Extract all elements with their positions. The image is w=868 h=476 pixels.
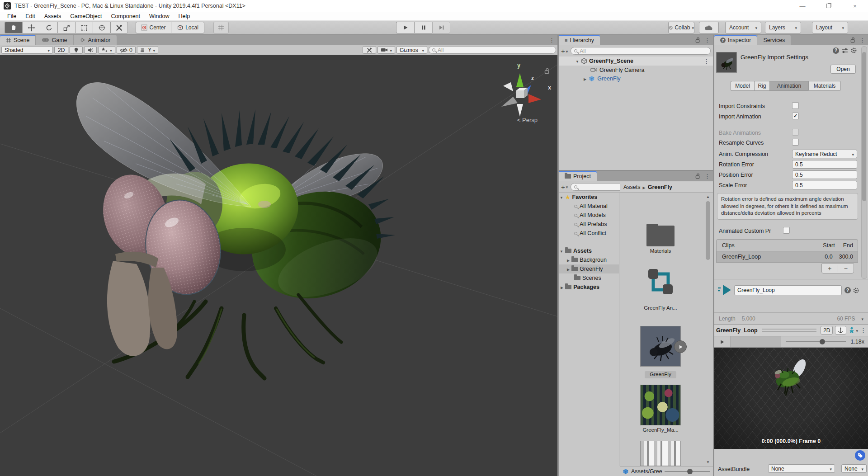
grid-snap-button[interactable] <box>213 22 229 33</box>
expander-icon[interactable] <box>576 58 579 64</box>
transform-tool-button[interactable] <box>93 22 110 33</box>
fps-dropdown-icon[interactable] <box>861 316 863 322</box>
tree-all-models[interactable]: All Models <box>559 211 619 220</box>
menu-edit[interactable]: Edit <box>21 13 40 20</box>
inspector-lock-icon[interactable] <box>850 37 856 43</box>
rotation-error-field[interactable]: 0.5 <box>792 160 857 169</box>
preview-menu-icon[interactable] <box>860 327 866 334</box>
axis-y-label[interactable]: y <box>517 62 520 69</box>
scene-grid-dropdown[interactable]: Y <box>137 46 158 54</box>
scene-effects-dropdown[interactable] <box>98 46 115 54</box>
scroll-down-icon[interactable]: ▼ <box>706 460 710 464</box>
hierarchy-row-greenfly[interactable]: GreenFly <box>559 74 713 83</box>
scene-row-menu-icon[interactable] <box>703 58 709 65</box>
preview-2d-button[interactable]: 2D <box>821 326 833 335</box>
tab-model[interactable]: Model <box>731 81 754 91</box>
tree-scenes[interactable]: Scenes <box>559 273 619 283</box>
tab-inspector[interactable]: Inspector <box>714 35 757 45</box>
tree-favorites[interactable]: Favorites <box>559 193 619 202</box>
asset-materials-folder[interactable] <box>646 226 675 246</box>
account-dropdown[interactable]: Account <box>725 22 761 33</box>
open-button[interactable]: Open <box>830 65 856 74</box>
add-clip-button[interactable]: + <box>822 265 838 272</box>
scene-panel-menu-icon[interactable] <box>549 37 555 43</box>
tree-assets[interactable]: Assets <box>559 246 619 255</box>
tab-materials[interactable]: Materials <box>808 81 841 91</box>
preview-play-button[interactable] <box>714 336 731 347</box>
anim-compression-dropdown[interactable]: Keyframe Reduct <box>792 150 857 158</box>
asset-label-selected[interactable]: GreenFly <box>633 372 688 377</box>
persp-toggle[interactable]: Persp <box>517 117 538 123</box>
close-button[interactable]: × <box>842 0 868 12</box>
inspector-menu-icon[interactable] <box>859 37 865 43</box>
clip-gear-icon[interactable] <box>853 287 859 294</box>
scene-viewport[interactable]: y z x Persp <box>0 55 557 476</box>
tree-background[interactable]: Backgroun <box>559 255 619 264</box>
slider-handle[interactable] <box>820 339 825 344</box>
axis-x-label[interactable]: x <box>548 85 551 91</box>
scrollbar-thumb[interactable] <box>862 52 866 201</box>
expander-icon[interactable] <box>584 75 586 82</box>
help-icon[interactable] <box>833 47 839 54</box>
preview-timeline-scrubber[interactable] <box>731 336 781 347</box>
preview-avatar-button[interactable] <box>849 327 858 334</box>
preview-play-overlay[interactable] <box>674 340 687 353</box>
play-button[interactable] <box>396 22 414 33</box>
move-tool-button[interactable] <box>22 22 40 33</box>
hierarchy-row-camera[interactable]: GreenFly Camera <box>559 66 713 74</box>
minimize-button[interactable]: — <box>789 0 816 12</box>
hierarchy-row-scene[interactable]: GreenFly_Scene <box>559 57 713 66</box>
menu-gameobject[interactable]: GameObject <box>66 13 106 20</box>
menu-window[interactable]: Window <box>145 13 174 20</box>
pivot-local-button[interactable]: Local <box>171 22 204 33</box>
slider-handle[interactable] <box>687 469 693 474</box>
menu-component[interactable]: Component <box>106 13 145 20</box>
preview-drag-handle[interactable] <box>762 329 816 332</box>
import-animation-checkbox[interactable] <box>792 113 799 119</box>
tree-all-conflict[interactable]: All Conflict <box>559 229 619 238</box>
asset-greenfly-model[interactable] <box>640 326 681 367</box>
shading-mode-dropdown[interactable]: Shaded <box>1 46 53 54</box>
scene-lighting-button[interactable] <box>70 46 83 54</box>
scrollbar-thumb[interactable] <box>706 201 710 260</box>
gizmos-dropdown[interactable]: Gizmos <box>396 46 427 54</box>
import-constraints-checkbox[interactable] <box>792 102 799 109</box>
gizmo-lock-icon[interactable] <box>544 68 550 74</box>
hierarchy-menu-icon[interactable] <box>704 37 710 43</box>
asset-texture-partial[interactable] <box>640 441 681 466</box>
tree-all-materials[interactable]: All Material <box>559 202 619 211</box>
clip-row-greenfly-loop[interactable]: GreenFly_Loop 0.0 300.0 <box>716 251 858 263</box>
cloud-button[interactable] <box>699 22 719 33</box>
preview-pivot-button[interactable] <box>835 326 846 335</box>
scene-orientation-gizmo[interactable] <box>495 63 549 122</box>
scroll-up-icon[interactable]: ▲ <box>706 195 710 199</box>
preset-icon[interactable] <box>841 47 848 54</box>
bake-animations-checkbox[interactable] <box>792 129 799 136</box>
asset-label[interactable]: Materials <box>633 248 688 254</box>
tab-project[interactable]: Project <box>559 171 597 181</box>
remove-clip-button[interactable]: − <box>838 265 854 272</box>
scale-tool-button[interactable] <box>57 22 75 33</box>
rotate-tool-button[interactable] <box>40 22 57 33</box>
asset-animator-controller[interactable] <box>645 266 676 298</box>
tag-button[interactable] <box>855 450 865 461</box>
clip-help-icon[interactable] <box>844 287 851 293</box>
restore-button[interactable] <box>816 0 842 12</box>
animation-preview-viewport[interactable]: 0:00 (000.0%) Frame 0 <box>714 348 868 449</box>
project-scrollbar[interactable]: ▲ ▼ <box>705 195 711 464</box>
tab-game[interactable]: Game <box>36 35 73 45</box>
asset-label[interactable]: GreenFly_Ma... <box>633 427 688 433</box>
tab-animation[interactable]: Animation <box>769 81 808 91</box>
clip-name-field[interactable]: GreenFly_Loop <box>734 285 842 295</box>
layout-dropdown[interactable]: Layout <box>812 22 848 33</box>
breadcrumb-root[interactable]: Assets <box>623 184 641 190</box>
tab-services[interactable]: Services <box>757 35 791 45</box>
resample-curves-checkbox[interactable] <box>792 139 799 146</box>
assetbundle-variant-dropdown[interactable]: None <box>841 464 867 473</box>
hierarchy-search-input[interactable]: All <box>571 47 711 55</box>
menu-file[interactable]: File <box>3 13 21 20</box>
tab-animator[interactable]: Animator <box>74 35 117 45</box>
pause-button[interactable] <box>414 22 432 33</box>
inspector-scrollbar[interactable] <box>861 46 867 279</box>
breadcrumb-current[interactable]: GreenFly <box>648 184 672 190</box>
